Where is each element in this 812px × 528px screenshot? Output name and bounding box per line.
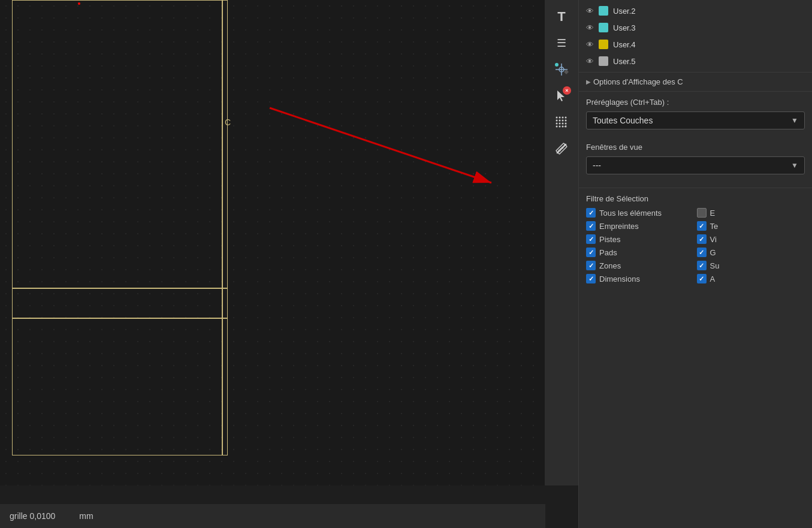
checkbox-g-label: G <box>710 248 716 257</box>
eye-icon-user5[interactable]: 👁 <box>586 57 594 66</box>
checkbox-pistes-check: ✓ <box>588 236 594 243</box>
options-display-label: Options d'Affichage des C <box>593 77 683 86</box>
svg-point-14 <box>562 120 564 122</box>
checkbox-te[interactable]: ✓ Te <box>697 221 805 231</box>
checkbox-tous-elements[interactable]: ✓ Tous les éléments <box>586 208 695 218</box>
svg-point-21 <box>559 126 561 128</box>
checkbox-vi[interactable]: ✓ Vi <box>697 234 805 244</box>
svg-marker-24 <box>564 125 566 127</box>
checkbox-pistes-label: Pistes <box>599 235 620 244</box>
svg-point-11 <box>565 117 567 119</box>
checkbox-g[interactable]: ✓ G <box>697 248 805 257</box>
svg-point-15 <box>565 120 567 122</box>
status-bar: grille 0,0100 mm <box>0 504 545 528</box>
checkbox-pads[interactable]: ✓ Pads <box>586 248 695 257</box>
right-panel: 👁 User.2 👁 User.3 👁 User.4 👁 User.5 ▶ Op… <box>578 0 812 528</box>
layer-list: 👁 User.2 👁 User.3 👁 User.4 👁 User.5 <box>579 0 812 73</box>
checkbox-e[interactable]: E <box>697 208 805 218</box>
filtre-checkbox-grid: ✓ Tous les éléments E ✓ Empreintes ✓ Te <box>586 208 805 283</box>
grid-icon <box>554 115 569 129</box>
pcb-canvas[interactable]: C <box>0 0 545 485</box>
text-tool-button[interactable]: T <box>550 5 573 29</box>
checkbox-e-label: E <box>710 209 716 218</box>
pcb-inner-line-1 <box>12 288 228 289</box>
checkbox-zones-box[interactable]: ✓ <box>586 261 596 270</box>
svg-point-13 <box>559 120 561 122</box>
layer-item-user5[interactable]: 👁 User.5 <box>579 53 812 70</box>
select-tool-button[interactable]: × <box>550 84 573 108</box>
checkbox-empreintes-check: ✓ <box>588 222 594 230</box>
checkbox-te-label: Te <box>710 222 719 231</box>
checkbox-vi-box[interactable]: ✓ <box>697 234 707 244</box>
presets-section: Préréglages (Ctrl+Tab) : Toutes Couches … <box>579 92 812 143</box>
checkbox-e-box[interactable] <box>697 208 707 218</box>
eye-icon-user2[interactable]: 👁 <box>586 7 594 16</box>
svg-point-5 <box>555 63 559 67</box>
checkbox-empreintes-box[interactable]: ✓ <box>586 221 596 231</box>
svg-marker-6 <box>564 70 569 74</box>
layer-name-user4: User.4 <box>613 40 636 49</box>
presets-dropdown[interactable]: Toutes Couches ▼ <box>586 111 805 129</box>
list-tool-button[interactable]: ☰ <box>550 31 573 55</box>
checkbox-g-box[interactable]: ✓ <box>697 248 707 257</box>
svg-point-10 <box>562 117 564 119</box>
filtre-title: Filtre de Sélection <box>586 194 805 203</box>
checkbox-su[interactable]: ✓ Su <box>697 261 805 270</box>
svg-point-22 <box>562 126 564 128</box>
measure-tool-button[interactable] <box>550 137 573 161</box>
eye-icon-user4[interactable]: 👁 <box>586 40 594 49</box>
checkbox-a-box[interactable]: ✓ <box>697 274 707 283</box>
presets-label: Préréglages (Ctrl+Tab) : <box>586 98 805 107</box>
svg-point-20 <box>556 126 558 128</box>
checkbox-g-check: ✓ <box>699 249 704 257</box>
options-display-section[interactable]: ▶ Options d'Affichage des C <box>579 73 812 92</box>
snap-tool-button[interactable] <box>550 58 573 82</box>
checkbox-su-label: Su <box>710 261 720 270</box>
checkbox-a-check: ✓ <box>699 275 704 283</box>
checkbox-dimensions-check: ✓ <box>588 275 594 283</box>
checkbox-empreintes[interactable]: ✓ Empreintes <box>586 221 695 231</box>
layer-color-user4 <box>599 40 608 49</box>
layer-item-user3[interactable]: 👁 User.3 <box>579 19 812 36</box>
checkbox-pads-check: ✓ <box>588 249 594 257</box>
grid-tool-button[interactable] <box>550 110 573 134</box>
svg-point-8 <box>556 117 558 119</box>
checkbox-pistes[interactable]: ✓ Pistes <box>586 234 695 244</box>
layer-item-user4[interactable]: 👁 User.4 <box>579 36 812 53</box>
checkbox-vi-label: Vi <box>710 235 717 244</box>
checkbox-pistes-box[interactable]: ✓ <box>586 234 596 244</box>
checkbox-zones[interactable]: ✓ Zones <box>586 261 695 270</box>
checkbox-tous-elements-box[interactable]: ✓ <box>586 208 596 218</box>
select-tool-badge: × <box>563 86 571 95</box>
vue-label: Fenêtres de vue <box>586 143 805 152</box>
checkbox-su-check: ✓ <box>699 262 704 270</box>
layer-item-user2[interactable]: 👁 User.2 <box>579 2 812 19</box>
checkbox-zones-label: Zones <box>599 261 621 270</box>
vue-dropdown[interactable]: --- ▼ <box>586 156 805 174</box>
list-icon: ☰ <box>557 37 566 50</box>
svg-point-18 <box>562 123 564 125</box>
layer-color-user3 <box>599 23 608 32</box>
vue-dropdown-arrow: ▼ <box>791 161 798 170</box>
checkbox-dimensions[interactable]: ✓ Dimensions <box>586 274 695 283</box>
left-toolbar: T ☰ × <box>545 0 578 485</box>
snap-icon <box>554 62 569 77</box>
svg-point-9 <box>559 117 561 119</box>
checkbox-su-box[interactable]: ✓ <box>697 261 707 270</box>
filtre-section: Filtre de Sélection ✓ Tous les éléments … <box>579 188 812 289</box>
checkbox-dimensions-box[interactable]: ✓ <box>586 274 596 283</box>
checkbox-zones-check: ✓ <box>588 262 594 270</box>
eye-icon-user3[interactable]: 👁 <box>586 23 594 32</box>
options-display-title[interactable]: ▶ Options d'Affichage des C <box>586 77 805 86</box>
layer-name-user5: User.5 <box>613 57 636 66</box>
checkbox-tous-elements-label: Tous les éléments <box>599 209 662 218</box>
checkbox-pads-box[interactable]: ✓ <box>586 248 596 257</box>
pcb-inner-line-2 <box>12 318 228 319</box>
checkbox-a[interactable]: ✓ A <box>697 274 805 283</box>
ruler-icon <box>554 141 569 156</box>
pcb-c-label: C <box>225 117 231 127</box>
checkbox-pads-label: Pads <box>599 248 617 257</box>
layer-color-user2 <box>599 6 608 16</box>
pcb-vertical-line <box>222 0 223 455</box>
checkbox-te-box[interactable]: ✓ <box>697 221 707 231</box>
